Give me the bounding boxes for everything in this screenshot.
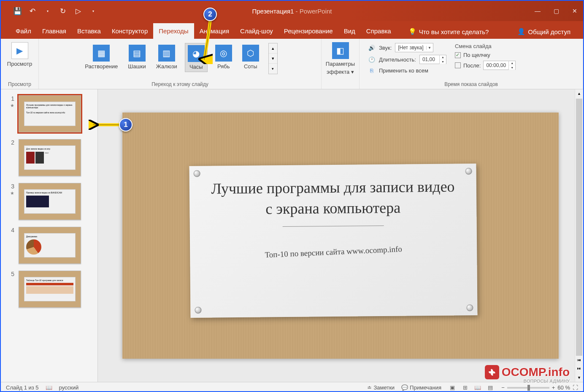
preview-button[interactable]: ▶ Просмотр	[5, 40, 35, 69]
tab-view[interactable]: Вид	[338, 23, 361, 39]
slide-thumbnails-panel[interactable]: 1★ Лучшие программы для записи видео с э…	[1, 89, 98, 382]
apply-all-row[interactable]: ⎘ Применить ко всем	[368, 67, 446, 74]
language-indicator[interactable]: русский	[59, 384, 79, 391]
divider	[283, 226, 384, 227]
close-button[interactable]: ✕	[570, 6, 580, 16]
zoom-value[interactable]: 60 %	[557, 384, 570, 391]
gallery-expand-button[interactable]: ▾	[269, 64, 277, 74]
slide-thumb-2[interactable]: Для записи видео из игртекст	[19, 139, 81, 176]
transition-honeycomb[interactable]: ⬡Соты	[240, 43, 262, 71]
title-card[interactable]: Лучшие программы для записи видео с экра…	[189, 164, 477, 318]
group-label-preview: Просмотр	[8, 81, 31, 87]
spinner-down[interactable]: ▼	[509, 65, 515, 70]
sound-row: 🔊 Звук: [Нет звука] ▼	[368, 43, 446, 52]
zoom-in-button[interactable]: +	[552, 384, 555, 391]
spinner-up[interactable]: ▲	[440, 55, 446, 59]
qat-customize-icon[interactable]: ▾	[89, 6, 98, 16]
screw-icon	[195, 307, 201, 314]
transition-label: Растворение	[85, 63, 118, 70]
on-click-row[interactable]: По щелчку	[455, 52, 516, 58]
dissolve-icon: ▦	[93, 45, 110, 62]
scroll-up-button[interactable]: ▲	[575, 89, 583, 98]
tab-insert[interactable]: Вставка	[72, 23, 106, 39]
zoom-handle[interactable]	[527, 385, 530, 391]
transition-dissolve[interactable]: ▦Растворение	[82, 43, 120, 71]
slide-subtitle[interactable]: Топ-10 по версии сайта www.ocomp.info	[207, 242, 460, 262]
scroll-thumb[interactable]	[576, 99, 582, 356]
tab-file[interactable]: Файл	[10, 23, 37, 39]
window-controls: — ▢ ✕	[533, 6, 580, 16]
gallery-down-button[interactable]: ▼	[269, 54, 277, 64]
tell-me-search[interactable]: 💡 Что вы хотите сделать?	[404, 24, 493, 39]
apply-all-icon: ⎘	[368, 67, 376, 74]
zoom-out-button[interactable]: −	[501, 384, 505, 391]
prev-slide-button[interactable]: ⏮	[575, 356, 583, 364]
vertical-scrollbar[interactable]: ▲ ⏮ ⏭ ▼	[575, 89, 583, 382]
status-bar: Слайд 1 из 5 📖 русский ≐ Заметки 💬 Приме…	[1, 382, 583, 392]
screw-icon	[194, 170, 200, 177]
after-time-spinner[interactable]: 00:00,00 ▲ ▼	[483, 61, 516, 70]
group-timing: 🔊 Звук: [Нет звука] ▼ 🕐 Длительность: 01…	[360, 39, 583, 89]
slide-editor[interactable]: Лучшие программы для записи видео с экра…	[98, 89, 583, 382]
slide-thumb-5[interactable]: Таблица Топ-10 программ для записи	[19, 271, 81, 308]
maximize-button[interactable]: ▢	[551, 6, 561, 16]
spinner-down[interactable]: ▼	[440, 59, 446, 64]
duration-spinner[interactable]: 01,00 ▲ ▼	[419, 55, 446, 64]
undo-dropdown[interactable]: ▾	[43, 6, 52, 16]
undo-button[interactable]: ↶	[28, 6, 37, 16]
tab-slideshow[interactable]: Слайд-шоу	[235, 23, 278, 39]
minimize-button[interactable]: —	[533, 6, 543, 16]
annotation-arrow-1	[89, 120, 122, 130]
redo-button[interactable]: ↻	[58, 6, 68, 16]
preview-label: Просмотр	[7, 61, 32, 67]
tab-design[interactable]: Конструктор	[106, 23, 154, 39]
slide-canvas[interactable]: Лучшие программы для записи видео с экра…	[122, 113, 559, 359]
tab-review[interactable]: Рецензирование	[278, 23, 338, 39]
tab-help[interactable]: Справка	[361, 23, 397, 39]
gallery-up-button[interactable]: ▲	[269, 43, 277, 54]
advance-slide-controls: Смена слайда По щелчку После: 00:00,00 ▲…	[451, 40, 520, 72]
spinner-up[interactable]: ▲	[509, 61, 515, 65]
save-button[interactable]: 💾	[13, 6, 22, 16]
star-icon: ★	[8, 103, 14, 108]
start-slideshow-button[interactable]: ▷	[73, 6, 83, 16]
share-button[interactable]: 👤 Общий доступ	[513, 24, 575, 39]
scroll-down-button[interactable]: ▼	[575, 373, 583, 382]
after-value[interactable]: 00:00,00	[484, 62, 508, 68]
on-click-checkbox[interactable]	[455, 52, 461, 58]
plus-icon: +	[485, 365, 499, 379]
transition-checkers[interactable]: ▤Шашки	[125, 43, 149, 71]
reading-view-button[interactable]: 📖	[473, 384, 482, 392]
duration-value[interactable]: 01,00	[420, 56, 439, 62]
zoom-slider[interactable]	[507, 387, 549, 389]
next-slide-button[interactable]: ⏭	[575, 364, 583, 373]
annotation-badge-2: 2	[203, 8, 217, 21]
effect-options-button[interactable]: ◧ Параметры эффекта ▾	[322, 40, 359, 77]
slide-thumb-4[interactable]: Диаграмма	[19, 227, 81, 264]
status-right: ≐ Заметки 💬 Примечания ▣ ⊞ 📖 ▤ − + 60 % …	[367, 384, 578, 392]
normal-view-button[interactable]: ▣	[448, 384, 457, 392]
transition-ripple[interactable]: ◎Рябь	[213, 43, 235, 71]
tell-me-text: Что вы хотите сделать?	[419, 28, 489, 35]
slideshow-view-button[interactable]: ▤	[486, 384, 495, 392]
slide-thumb-1[interactable]: Лучшие программы для записи видео с экра…	[19, 95, 81, 132]
view-buttons: ▣ ⊞ 📖 ▤	[448, 384, 495, 392]
after-checkbox[interactable]	[455, 62, 461, 68]
tab-home[interactable]: Главная	[37, 23, 72, 39]
slide-position[interactable]: Слайд 1 из 5	[6, 384, 39, 391]
fit-to-window-button[interactable]: ⛶	[573, 384, 578, 391]
slide-thumb-3[interactable]: Пример записи видео из BANDICAM	[19, 183, 81, 220]
thumb-number: 1★	[8, 95, 14, 132]
share-label: Общий доступ	[528, 28, 570, 35]
chevron-down-icon[interactable]: ▼	[426, 46, 433, 50]
slide-title[interactable]: Лучшие программы для записи видео с экра…	[206, 176, 460, 219]
sorter-view-button[interactable]: ⊞	[461, 384, 469, 392]
comments-button[interactable]: 💬 Примечания	[401, 384, 441, 391]
group-transitions: ▦Растворение ▤Шашки ▥Жалюзи ◕Часы ◎Рябь …	[39, 39, 322, 89]
transition-blinds[interactable]: ▥Жалюзи	[154, 43, 180, 71]
notes-button[interactable]: ≐ Заметки	[367, 384, 395, 391]
sound-value: [Нет звука]	[395, 45, 426, 51]
spellcheck-button[interactable]: 📖	[46, 384, 52, 391]
transitions-gallery: ▦Растворение ▤Шашки ▥Жалюзи ◕Часы ◎Рябь …	[82, 40, 278, 74]
sound-combo[interactable]: [Нет звука] ▼	[395, 43, 433, 52]
